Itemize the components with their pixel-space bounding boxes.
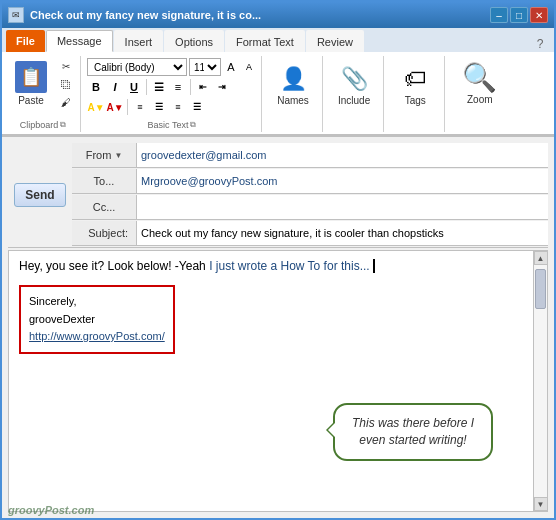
clipboard-label: Clipboard ⧉ [20, 120, 67, 130]
to-button[interactable]: To... [72, 169, 137, 193]
tags-button[interactable]: 🏷 Tags [392, 58, 438, 112]
subject-row: Subject: [72, 221, 548, 246]
format-separator-2 [190, 79, 191, 95]
tags-label: Tags [405, 95, 426, 107]
title-bar: ✉ Check out my fancy new signature, it i… [2, 2, 554, 28]
window-controls: – □ ✕ [490, 7, 548, 23]
names-button[interactable]: 👤 Names [270, 58, 316, 112]
basic-text-expand-icon[interactable]: ⧉ [190, 120, 196, 130]
names-label: Names [277, 95, 309, 107]
bold-button[interactable]: B [87, 78, 105, 96]
justify-button[interactable]: ☰ [188, 98, 206, 116]
signature-line-2: grooveDexter [29, 311, 165, 329]
tab-bar: File Message Insert Options Format Text … [2, 28, 554, 52]
scroll-up-arrow[interactable]: ▲ [534, 251, 548, 265]
basic-text-group: Calibri (Body) 11 A A B I U ☰ ≡ ⇤ [83, 56, 262, 132]
increase-indent-button[interactable]: ⇥ [213, 78, 231, 96]
font-grow-button[interactable]: A [223, 59, 239, 75]
clipboard-expand-icon[interactable]: ⧉ [60, 120, 66, 130]
tab-review[interactable]: Review [306, 30, 364, 52]
signature-box: Sincerely, grooveDexter http://www.groov… [19, 285, 175, 354]
body-wrapper: Hey, you see it? Look below! -Yeah I jus… [9, 251, 547, 511]
tags-group: 🏷 Tags [386, 56, 445, 132]
callout-text: This was there before I even started wri… [352, 416, 474, 447]
send-column: Send [8, 143, 72, 247]
ribbon: File Message Insert Options Format Text … [2, 28, 554, 137]
names-group: 👤 Names [264, 56, 323, 132]
zoom-label: Zoom [467, 94, 493, 105]
title-bar-icons: ✉ [8, 7, 24, 23]
paste-button[interactable]: 📋 Paste [10, 58, 52, 109]
to-input[interactable] [137, 169, 548, 193]
copy-button[interactable]: ⿻ [56, 76, 76, 92]
font-name-select[interactable]: Calibri (Body) [87, 58, 187, 76]
scroll-down-arrow[interactable]: ▼ [534, 497, 548, 511]
fields-column: From ▼ To... Cc... [72, 143, 548, 247]
clipboard-small-buttons: ✂ ⿻ 🖌 [56, 58, 76, 110]
decrease-indent-button[interactable]: ⇤ [194, 78, 212, 96]
app-window: ✉ Check out my fancy new signature, it i… [0, 0, 556, 520]
include-group: 📎 Include [325, 56, 384, 132]
ribbon-content: 📋 Paste ✂ ⿻ 🖌 Clipboard ⧉ [2, 52, 554, 136]
include-button[interactable]: 📎 Include [331, 58, 377, 112]
zoom-button[interactable]: 🔍 Zoom [455, 58, 504, 108]
close-button[interactable]: ✕ [530, 7, 548, 23]
body-text-blue: I just wrote a How To for this... [209, 259, 370, 273]
body-area: Hey, you see it? Look below! -Yeah I jus… [8, 250, 548, 512]
font-shrink-button[interactable]: A [241, 59, 257, 75]
vertical-scrollbar[interactable]: ▲ ▼ [533, 251, 547, 511]
italic-button[interactable]: I [106, 78, 124, 96]
maximize-button[interactable]: □ [510, 7, 528, 23]
format-separator-1 [146, 79, 147, 95]
paste-label: Paste [18, 95, 44, 106]
include-label: Include [338, 95, 370, 107]
body-content[interactable]: Hey, you see it? Look below! -Yeah I jus… [9, 251, 533, 511]
tab-options[interactable]: Options [164, 30, 224, 52]
send-button[interactable]: Send [14, 183, 66, 207]
compose-area: Send From ▼ To... [2, 137, 554, 518]
from-button[interactable]: From ▼ [72, 143, 137, 167]
cc-button[interactable]: Cc... [72, 195, 137, 219]
from-input[interactable] [137, 143, 548, 167]
align-center-button[interactable]: ☰ [150, 98, 168, 116]
numbered-list-button[interactable]: ≡ [169, 78, 187, 96]
tab-file[interactable]: File [6, 30, 45, 52]
zoom-group: 🔍 Zoom [447, 56, 512, 132]
tab-message[interactable]: Message [46, 30, 113, 52]
bullet-list-button[interactable]: ☰ [150, 78, 168, 96]
zoom-icon: 🔍 [462, 61, 497, 94]
tab-format-text[interactable]: Format Text [225, 30, 305, 52]
tags-icon: 🏷 [399, 63, 431, 95]
signature-line-3: http://www.groovyPost.com/ [29, 328, 165, 346]
include-icon: 📎 [338, 63, 370, 95]
from-dropdown-arrow: ▼ [114, 151, 122, 160]
subject-label: Subject: [72, 221, 137, 245]
help-button[interactable]: ? [532, 36, 548, 52]
body-text-black: Hey, you see it? Look below! -Yeah [19, 259, 209, 273]
align-right-button[interactable]: ≡ [169, 98, 187, 116]
window-title: Check out my fancy new signature, it is … [30, 9, 490, 21]
tab-insert[interactable]: Insert [114, 30, 164, 52]
highlight-button[interactable]: A▼ [87, 98, 105, 116]
format-painter-button[interactable]: 🖌 [56, 94, 76, 110]
align-left-button[interactable]: ≡ [131, 98, 149, 116]
signature-line-1: Sincerely, [29, 293, 165, 311]
align-separator [127, 99, 128, 115]
minimize-button[interactable]: – [490, 7, 508, 23]
app-icon: ✉ [8, 7, 24, 23]
ribbon-right-controls: ? [532, 36, 554, 52]
callout-bubble: This was there before I even started wri… [333, 403, 493, 461]
clipboard-group: 📋 Paste ✂ ⿻ 🖌 Clipboard ⧉ [6, 56, 81, 132]
basic-text-label: Basic Text ⧉ [87, 120, 257, 130]
scroll-thumb[interactable] [535, 269, 546, 309]
compose-header: Send From ▼ To... [8, 143, 548, 248]
cut-button[interactable]: ✂ [56, 58, 76, 74]
cc-input[interactable] [137, 195, 548, 219]
subject-input[interactable] [137, 221, 548, 245]
font-size-select[interactable]: 11 [189, 58, 221, 76]
underline-button[interactable]: U [125, 78, 143, 96]
format-row: B I U ☰ ≡ ⇤ ⇥ [87, 78, 257, 96]
font-color-button[interactable]: A▼ [106, 98, 124, 116]
body-line-1: Hey, you see it? Look below! -Yeah I jus… [19, 259, 523, 273]
font-row: Calibri (Body) 11 A A [87, 58, 257, 76]
